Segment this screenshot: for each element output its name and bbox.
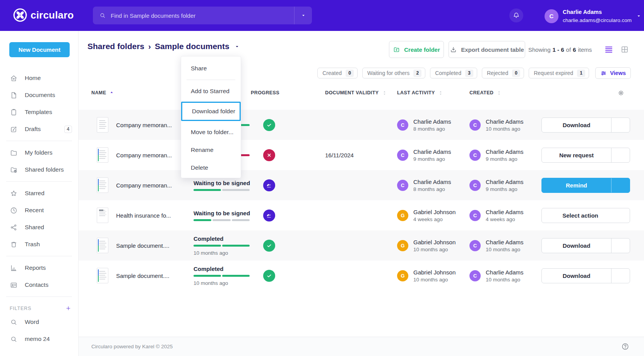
row-action-dropdown[interactable] bbox=[611, 148, 630, 162]
menu-item-share[interactable]: Share bbox=[181, 60, 241, 77]
created-time: 10 months ago bbox=[486, 126, 524, 132]
sidebar-item-label: My folders bbox=[25, 149, 53, 156]
sidebar-item-documents[interactable]: Documents bbox=[0, 87, 78, 104]
sidebar-item-shared-folders[interactable]: Shared folders bbox=[0, 161, 78, 178]
progress-status-icon bbox=[263, 119, 275, 131]
menu-item-move-to-folder[interactable]: Move to folder... bbox=[181, 123, 241, 141]
search-icon bbox=[10, 318, 18, 326]
created-user: Charlie Adams bbox=[486, 148, 524, 155]
row-action-dropdown[interactable] bbox=[611, 118, 630, 132]
table-settings-gear-icon[interactable] bbox=[617, 89, 625, 97]
download-icon bbox=[450, 46, 457, 53]
export-document-table-button[interactable]: Export document table bbox=[449, 41, 525, 58]
progress-status-icon bbox=[263, 210, 275, 221]
filter-chip-rejected[interactable]: Rejected0 bbox=[482, 68, 524, 78]
created-time: 10 months ago bbox=[486, 277, 524, 283]
sidebar: New Document HomeDocumentsTemplatesDraft… bbox=[0, 31, 79, 356]
breadcrumb-current[interactable]: Sample documents bbox=[155, 42, 230, 51]
filters-section-label: FILTERS bbox=[10, 306, 31, 311]
document-name[interactable]: Company memoran... bbox=[116, 122, 172, 128]
last-activity-avatar: G bbox=[397, 240, 408, 251]
create-folder-button[interactable]: Create folder bbox=[389, 41, 444, 58]
column-header-last-activity[interactable]: LAST ACTIVITY bbox=[397, 90, 469, 96]
created-time: 9 months ago bbox=[486, 186, 524, 192]
footer-text: Circularo powered by Karel © 2025 bbox=[91, 344, 173, 349]
document-name[interactable]: Company memoran... bbox=[116, 152, 172, 158]
folder-menu-caret-icon[interactable] bbox=[235, 44, 240, 49]
row-action-button[interactable]: Download bbox=[542, 269, 611, 283]
sidebar-item-templates[interactable]: Templates bbox=[0, 104, 78, 121]
last-activity-avatar: G bbox=[397, 210, 408, 221]
row-action-button[interactable]: Remind bbox=[542, 178, 611, 192]
sidebar-item-recent[interactable]: Recent bbox=[0, 202, 78, 219]
sidebar-item-shared[interactable]: Shared bbox=[0, 219, 78, 236]
menu-item-download-folder[interactable]: Download folder bbox=[182, 103, 240, 120]
filter-chip-waiting-for-others[interactable]: Waiting for others2 bbox=[362, 68, 425, 78]
row-action-button[interactable]: Download bbox=[542, 238, 611, 253]
document-name[interactable]: Sample document.... bbox=[116, 242, 170, 249]
sidebar-item-contacts[interactable]: Contacts bbox=[0, 276, 78, 293]
chip-count: 2 bbox=[413, 70, 421, 77]
table-row[interactable]: Company memoran... Waiting to be signed … bbox=[79, 170, 644, 200]
document-name[interactable]: Health insurance fo... bbox=[116, 212, 171, 219]
row-action-button[interactable]: New request bbox=[542, 148, 611, 162]
document-name[interactable]: Sample document.... bbox=[116, 273, 170, 279]
divider bbox=[6, 141, 72, 141]
sidebar-item-drafts[interactable]: Drafts4 bbox=[0, 121, 78, 138]
document-thumbnail bbox=[97, 117, 108, 133]
row-action-button[interactable]: Select action bbox=[542, 208, 630, 223]
saved-filter-word[interactable]: Word bbox=[0, 313, 78, 330]
column-header-document-validity[interactable]: DOCUMENT VALIDITY bbox=[325, 90, 397, 96]
menu-item-rename[interactable]: Rename bbox=[181, 141, 241, 159]
add-filter-icon[interactable] bbox=[65, 305, 71, 311]
table-row[interactable]: Company memoran... C Charlie Adams8 mont… bbox=[79, 110, 644, 140]
logo-text: circularo bbox=[31, 9, 74, 21]
app-logo[interactable]: circularo bbox=[13, 8, 74, 22]
grid-view-toggle-icon[interactable] bbox=[620, 45, 629, 54]
views-button[interactable]: Views bbox=[595, 67, 631, 79]
breadcrumb: Shared folders › Sample documents bbox=[87, 42, 240, 51]
menu-item-add-to-starred[interactable]: Add to Starred bbox=[181, 82, 241, 100]
saved-filter-memo-24[interactable]: memo 24 bbox=[0, 330, 78, 347]
table-row[interactable]: Health insurance fo... Waiting to be sig… bbox=[79, 200, 644, 230]
user-menu[interactable]: C Charlie Adams charlie.adams@circularo.… bbox=[545, 8, 641, 24]
main-content: Shared folders › Sample documents Create… bbox=[79, 31, 644, 356]
row-action-dropdown[interactable] bbox=[611, 269, 630, 283]
created-avatar: C bbox=[469, 180, 481, 191]
last-activity-user: Charlie Adams bbox=[413, 148, 451, 155]
document-name[interactable]: Company memoran... bbox=[116, 182, 172, 189]
row-action-dropdown[interactable] bbox=[611, 238, 630, 253]
row-action-button[interactable]: Download bbox=[542, 118, 611, 132]
table-row[interactable]: Sample document.... Completed 10 months … bbox=[79, 261, 644, 291]
chip-label: Completed bbox=[435, 70, 461, 76]
sidebar-item-my-folders[interactable]: My folders bbox=[0, 144, 78, 161]
menu-item-delete[interactable]: Delete bbox=[181, 159, 241, 177]
table-row[interactable]: Sample document.... Completed 10 months … bbox=[79, 230, 644, 261]
notifications-button[interactable] bbox=[509, 9, 523, 22]
progress-bar bbox=[194, 245, 250, 247]
sidebar-item-reports[interactable]: Reports bbox=[0, 259, 78, 276]
created-user: Charlie Adams bbox=[486, 118, 524, 125]
signature-icon bbox=[265, 182, 273, 189]
sidebar-item-home[interactable]: Home bbox=[0, 70, 78, 87]
sidebar-item-trash[interactable]: Trash bbox=[0, 236, 78, 253]
column-header-name[interactable]: NAME bbox=[91, 90, 194, 96]
share-icon bbox=[10, 223, 18, 232]
new-document-button[interactable]: New Document bbox=[9, 42, 70, 57]
table-row[interactable]: Company memoran... 16/11/2024 C Charlie … bbox=[79, 140, 644, 170]
column-header-created[interactable]: CREATED bbox=[469, 90, 541, 96]
breadcrumb-root[interactable]: Shared folders bbox=[87, 42, 144, 51]
help-icon[interactable] bbox=[621, 342, 629, 351]
list-view-toggle-icon[interactable] bbox=[604, 45, 613, 54]
last-activity-time: 8 months ago bbox=[413, 186, 451, 192]
saved-filters-list: Wordmemo 24 bbox=[0, 313, 78, 347]
document-validity: 16/11/2024 bbox=[325, 152, 397, 158]
row-action-dropdown[interactable] bbox=[611, 178, 630, 192]
search-input[interactable] bbox=[111, 12, 294, 19]
filter-chip-created[interactable]: Created0 bbox=[317, 68, 358, 78]
created-avatar: C bbox=[469, 150, 481, 161]
filter-chip-completed[interactable]: Completed3 bbox=[430, 68, 477, 78]
search-scope-dropdown[interactable] bbox=[294, 7, 312, 24]
filter-chip-request-expired[interactable]: Request expired1 bbox=[529, 68, 589, 78]
sidebar-item-starred[interactable]: Starred bbox=[0, 185, 78, 202]
